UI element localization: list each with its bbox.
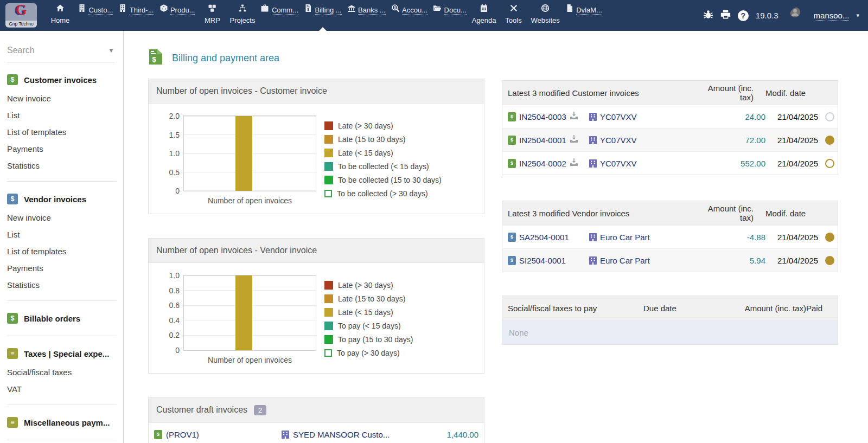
calendar-icon bbox=[480, 5, 488, 14]
modif-date: 21/04/2025 bbox=[765, 112, 825, 121]
menu-item-documents[interactable]: Docu... bbox=[430, 0, 469, 31]
sidebar-item-statistics[interactable]: Statistics bbox=[7, 157, 117, 174]
file-invoice-green-icon: $ bbox=[7, 74, 18, 85]
sidebar-item-statistics[interactable]: Statistics bbox=[7, 277, 117, 293]
table-row: $ IN2504-0002 YC07VXV 552.00 21/04/2025 bbox=[502, 151, 838, 175]
draft-invoice-ref-link[interactable]: (PROV1) bbox=[166, 430, 199, 439]
sidebar-item-list-of-templates[interactable]: List of templates bbox=[7, 124, 117, 140]
amount-value: 72.00 bbox=[711, 136, 765, 145]
plot-area bbox=[183, 115, 316, 191]
legend-swatch bbox=[324, 335, 333, 344]
menu-item-commercial[interactable]: Comm... bbox=[258, 0, 301, 31]
menu-item-banks[interactable]: Banks ... bbox=[344, 0, 388, 31]
amount-value: 552.00 bbox=[711, 159, 765, 168]
print-icon[interactable] bbox=[720, 9, 731, 22]
sidebar-item-list-of-templates[interactable]: List of templates bbox=[7, 243, 117, 260]
table-header: Latest 3 modified Customer invoices Amou… bbox=[502, 81, 838, 105]
avatar[interactable] bbox=[790, 7, 807, 24]
company-link[interactable]: YC07VXV bbox=[600, 112, 637, 121]
menu-item-third-parties[interactable]: Third-... bbox=[116, 0, 156, 31]
sidebar-item-list[interactable]: List bbox=[7, 107, 117, 124]
menu-item-projects[interactable]: Projects bbox=[227, 0, 258, 31]
invoice-ref-link[interactable]: SI2504-0001 bbox=[519, 256, 566, 265]
sidebar-item-payments[interactable]: Payments bbox=[7, 140, 117, 157]
sidebar-title-taxes[interactable]: ≡ Taxes | Special expe... bbox=[7, 343, 117, 364]
chevron-down-icon[interactable]: ▼ bbox=[108, 47, 114, 54]
sidebar-item-new-invoice[interactable]: New invoice bbox=[7, 90, 117, 107]
company-link[interactable]: YC07VXV bbox=[600, 159, 637, 168]
amount-value: -4.88 bbox=[711, 233, 765, 242]
sidebar-item-vat[interactable]: VAT bbox=[7, 381, 117, 397]
empty-table-row: None bbox=[502, 320, 838, 344]
sidebar-item-social-fiscal-taxes[interactable]: Social/fiscal taxes bbox=[7, 364, 117, 381]
amount-value: 1,440.00 bbox=[419, 430, 478, 439]
y-axis-ticks: 1.0 0.8 0.6 0.4 0.2 0 bbox=[161, 271, 183, 355]
invoice-ref-link[interactable]: IN2504-0001 bbox=[519, 136, 566, 145]
money-check-icon: ≡ bbox=[7, 348, 18, 359]
sidebar-item-new-invoice[interactable]: New invoice bbox=[7, 209, 117, 226]
customer-invoice-icon: $ bbox=[508, 136, 516, 145]
sidebar-title-misc-payments[interactable]: ≡ Miscellaneous paym... bbox=[7, 412, 117, 433]
menu-item-products[interactable]: Produ... bbox=[157, 0, 198, 31]
menu-item-accounting[interactable]: $ Accou... bbox=[388, 0, 430, 31]
customer-open-invoices-chart: 2.0 1.5 1.0 0.5 0 Number of open invoice… bbox=[149, 104, 484, 214]
menu-item-customers[interactable]: Custo... bbox=[75, 0, 116, 31]
legend-swatch bbox=[324, 322, 333, 330]
invoice-ref-link[interactable]: IN2504-0003 bbox=[519, 112, 566, 121]
status-badge bbox=[825, 233, 834, 242]
sidebar-title-customer-invoices[interactable]: $ Customer invoices bbox=[7, 69, 117, 90]
chart-panel-title: Number of open invoices - Customer invoi… bbox=[149, 79, 484, 104]
company-link[interactable]: SYED MANSOOR Custo... bbox=[293, 430, 390, 439]
amount-value: 5.94 bbox=[711, 256, 765, 265]
building-icon bbox=[589, 113, 597, 121]
chart-legend: Late (> 30 days) Late (15 to 30 days) La… bbox=[324, 115, 442, 205]
user-menu[interactable]: mansoo... bbox=[814, 11, 850, 21]
menu-item-tools[interactable]: Tools bbox=[499, 0, 528, 31]
legend-swatch bbox=[324, 149, 333, 157]
download-icon[interactable] bbox=[570, 112, 578, 121]
menu-item-billing[interactable]: $ Billing ... bbox=[301, 0, 344, 31]
latest-customer-invoices-table: Latest 3 modified Customer invoices Amou… bbox=[502, 80, 838, 175]
menu-item-home[interactable]: Home bbox=[46, 0, 75, 31]
sidebar-item-list[interactable]: List bbox=[7, 226, 117, 243]
building-icon bbox=[589, 256, 597, 265]
status-badge bbox=[825, 136, 834, 145]
table-row: $ SA2504-0001 Euro Car Part -4.88 21/04/… bbox=[502, 225, 838, 248]
sidebar-section-misc-payments: ≡ Miscellaneous paym... bbox=[7, 405, 117, 440]
menu-item-websites[interactable]: Websites bbox=[528, 0, 563, 31]
menu-item-agenda[interactable]: Agenda bbox=[469, 0, 499, 31]
bug-icon[interactable] bbox=[703, 9, 713, 22]
chevron-down-icon[interactable]: ▾ bbox=[856, 12, 859, 19]
y-axis-ticks: 2.0 1.5 1.0 0.5 0 bbox=[161, 112, 183, 195]
invoice-ref-link[interactable]: IN2504-0002 bbox=[519, 159, 566, 168]
customer-open-invoices-chart-panel: Number of open invoices - Customer invoi… bbox=[148, 79, 484, 214]
tables-column: Latest 3 modified Customer invoices Amou… bbox=[502, 80, 838, 345]
draft-panel-title: Customer draft invoices 2 bbox=[149, 398, 484, 422]
status-badge bbox=[825, 159, 834, 168]
legend-swatch bbox=[324, 190, 332, 197]
vendor-open-invoices-chart: 1.0 0.8 0.6 0.4 0.2 0 Number of open inv… bbox=[149, 263, 484, 373]
building-icon bbox=[78, 5, 86, 14]
company-link[interactable]: Euro Car Part bbox=[600, 233, 650, 242]
help-icon[interactable]: ? bbox=[738, 10, 749, 21]
menu-item-mrp[interactable]: MRP bbox=[197, 0, 227, 31]
company-link[interactable]: YC07VXV bbox=[600, 136, 637, 145]
sidebar-title-vendor-invoices[interactable]: $ Vendor invoices bbox=[7, 189, 117, 209]
sidebar-section-customer-invoices: $ Customer invoices New invoice List Lis… bbox=[7, 62, 117, 182]
download-icon[interactable] bbox=[570, 135, 578, 145]
download-icon[interactable] bbox=[570, 158, 578, 168]
cube-icon bbox=[159, 5, 168, 14]
file-invoice-green-icon: $ bbox=[7, 313, 18, 324]
sidebar-section-margins: ⊞ Margins bbox=[7, 440, 117, 443]
logo-text: Grip Techno bbox=[5, 21, 37, 27]
search-input[interactable]: Search ▼ bbox=[7, 46, 114, 62]
invoice-ref-link[interactable]: SA2504-0001 bbox=[519, 233, 569, 242]
sidebar-item-payments[interactable]: Payments bbox=[7, 260, 117, 277]
company-link[interactable]: Euro Car Part bbox=[600, 256, 650, 265]
file-invoice-blue-icon: $ bbox=[7, 194, 18, 204]
sidebar-title-billable-orders[interactable]: $ Billable orders bbox=[7, 308, 117, 329]
company-logo[interactable]: G G Grip Techno bbox=[5, 3, 37, 28]
plot-area bbox=[183, 275, 316, 351]
menu-item-dvlam[interactable]: DvlaM... bbox=[563, 0, 605, 31]
building-icon bbox=[589, 159, 597, 168]
